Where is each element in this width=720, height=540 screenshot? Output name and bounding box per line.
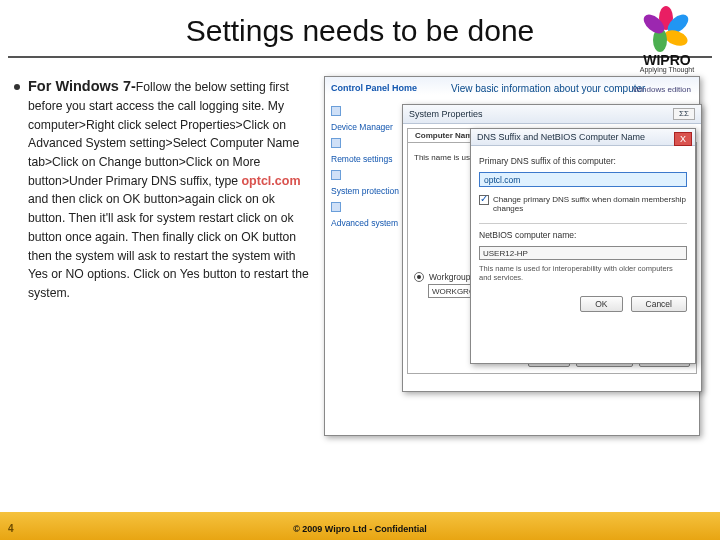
- dns-ok-button[interactable]: OK: [580, 296, 622, 312]
- netbios-label: NetBIOS computer name:: [479, 230, 687, 240]
- slide-title: Settings needs to be done: [8, 0, 712, 58]
- shield-icon: [331, 138, 341, 148]
- shield-icon: [331, 170, 341, 180]
- sidebar-item-device-manager[interactable]: Device Manager: [331, 103, 399, 135]
- dns-title: DNS Suffix and NetBIOS Computer Name: [477, 132, 645, 142]
- netbios-input[interactable]: USER12-HP: [479, 246, 687, 260]
- dns-dialog: DNS Suffix and NetBIOS Computer Name X P…: [470, 128, 696, 364]
- cp-heading: View basic information about your comput…: [451, 83, 645, 94]
- cp-sidebar: Device Manager Remote settings System pr…: [331, 103, 399, 231]
- primary-dns-label: Primary DNS suffix of this computer:: [479, 156, 687, 166]
- instruction-column: For Windows 7-Follow the below setting f…: [14, 76, 314, 476]
- footer-text: © 2009 Wipro Ltd - Confidential: [0, 524, 720, 534]
- close-icon[interactable]: X: [674, 132, 692, 146]
- close-button[interactable]: ΣΣ: [673, 108, 695, 120]
- bullet-icon: [14, 84, 20, 90]
- workgroup-radio[interactable]: [414, 272, 424, 282]
- workgroup-label: Workgroup:: [429, 272, 473, 282]
- dns-cancel-button[interactable]: Cancel: [631, 296, 687, 312]
- dns-note: This name is used for interoperability w…: [479, 264, 687, 282]
- wipro-logo: WIPRO Applying Thought: [624, 6, 710, 73]
- windows-edition-label: Windows edition: [633, 85, 691, 94]
- bullet-body-1: Follow the below setting first before yo…: [28, 80, 299, 188]
- bullet-body-2: and then click on OK button>again click …: [28, 192, 309, 299]
- logo-tagline: Applying Thought: [624, 66, 710, 73]
- change-suffix-label: Change primary DNS suffix when domain me…: [493, 195, 687, 213]
- change-suffix-checkbox[interactable]: [479, 195, 489, 205]
- sidebar-item-advanced[interactable]: Advanced system: [331, 199, 399, 231]
- shield-icon: [331, 202, 341, 212]
- shield-icon: [331, 106, 341, 116]
- sidebar-item-remote[interactable]: Remote settings: [331, 135, 399, 167]
- cp-home-link[interactable]: Control Panel Home: [331, 83, 417, 93]
- props-title: System Properties: [409, 109, 483, 119]
- bullet-highlight: optcl.com: [241, 174, 300, 188]
- flower-icon: [643, 6, 691, 50]
- sidebar-item-protection[interactable]: System protection: [331, 167, 399, 199]
- screenshot-area: Control Panel Home Device Manager Remote…: [324, 76, 700, 476]
- primary-dns-input[interactable]: optcl.com: [479, 172, 687, 187]
- bullet-lead: For Windows 7-: [28, 78, 136, 94]
